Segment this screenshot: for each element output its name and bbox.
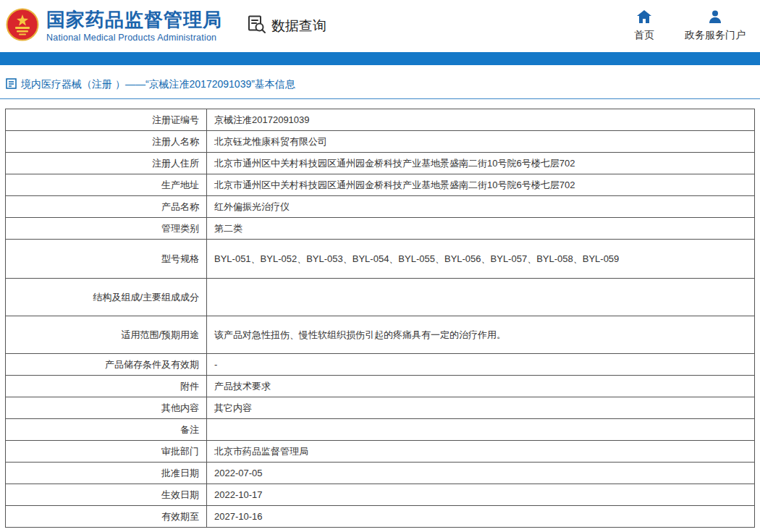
row-label: 批准日期 xyxy=(6,463,207,484)
table-row: 生效日期2022-10-17 xyxy=(6,484,755,506)
row-value: 北京市通州区中关村科技园区通州园金桥科技产业基地景盛南二街10号院6号楼七层70… xyxy=(207,174,755,196)
national-emblem-icon xyxy=(6,8,39,44)
nav-portal[interactable]: 政务服务门户 xyxy=(685,10,746,42)
brand-text: 国家药品监督管理局 National Medical Products Admi… xyxy=(46,9,222,43)
row-value: 红外偏振光治疗仪 xyxy=(207,196,755,218)
row-value: 产品技术要求 xyxy=(207,376,755,397)
row-value: 其它内容 xyxy=(207,397,755,419)
table-row: 有效期至2027-10-16 xyxy=(6,506,755,528)
table-row: 审批部门北京市药品监督管理局 xyxy=(6,441,755,463)
home-icon xyxy=(637,10,651,25)
row-value: BYL-051、BYL-052、BYL-053、BYL-054、BYL-055、… xyxy=(207,240,755,279)
row-label: 型号规格 xyxy=(6,240,207,279)
table-row: 产品名称红外偏振光治疗仪 xyxy=(6,196,755,218)
page: 国家药品监督管理局 National Medical Products Admi… xyxy=(0,0,760,528)
site-title: 国家药品监督管理局 xyxy=(46,9,222,31)
row-label: 产品名称 xyxy=(6,196,207,218)
table-row: 型号规格BYL-051、BYL-052、BYL-053、BYL-054、BYL-… xyxy=(6,240,755,279)
row-label: 适用范围/预期用途 xyxy=(6,316,207,354)
row-value: 2027-10-16 xyxy=(207,506,755,528)
row-label: 生效日期 xyxy=(6,484,207,506)
info-table: 注册证编号京械注准20172091039注册人名称北京钰龙惟康科贸有限公司注册人… xyxy=(5,109,755,528)
row-value: 北京钰龙惟康科贸有限公司 xyxy=(207,131,755,153)
row-value: 2022-10-17 xyxy=(207,484,755,506)
row-value: 该产品对急性扭伤、慢性软组织损伤引起的疼痛具有一定的治疗作用。 xyxy=(207,316,755,354)
data-query-icon xyxy=(247,14,266,38)
breadcrumb: 境内医疗器械（注册 ）——“京械注准20172091039”基本信息 xyxy=(0,78,760,99)
row-value xyxy=(207,419,755,441)
table-row: 结构及组成/主要组成成分 xyxy=(6,279,755,316)
row-label: 审批部门 xyxy=(6,441,207,463)
site-header: 国家药品监督管理局 National Medical Products Admi… xyxy=(0,0,760,52)
table-row: 注册证编号京械注准20172091039 xyxy=(6,109,755,131)
row-value: - xyxy=(207,354,755,376)
table-row: 管理类别第二类 xyxy=(6,218,755,240)
table-row: 备注 xyxy=(6,419,755,441)
row-label: 注册人名称 xyxy=(6,131,207,153)
table-row: 适用范围/预期用途该产品对急性扭伤、慢性软组织损伤引起的疼痛具有一定的治疗作用。 xyxy=(6,316,755,354)
table-row: 其他内容其它内容 xyxy=(6,397,755,419)
nav-data-query[interactable]: 数据查询 xyxy=(247,14,326,38)
header-divider-bar xyxy=(0,52,760,65)
table-row: 注册人名称北京钰龙惟康科贸有限公司 xyxy=(6,131,755,153)
row-label: 其他内容 xyxy=(6,397,207,419)
table-row: 批准日期2022-07-05 xyxy=(6,463,755,484)
table-row: 附件产品技术要求 xyxy=(6,376,755,397)
row-label: 附件 xyxy=(6,376,207,397)
info-table-body: 注册证编号京械注准20172091039注册人名称北京钰龙惟康科贸有限公司注册人… xyxy=(6,109,755,528)
site-subtitle: National Medical Products Administration xyxy=(46,33,222,43)
document-icon xyxy=(6,78,17,91)
header-nav: 首页 政务服务门户 xyxy=(634,10,760,42)
row-label: 结构及组成/主要组成成分 xyxy=(6,279,207,316)
nav-home[interactable]: 首页 xyxy=(634,10,654,42)
nav-home-label: 首页 xyxy=(634,29,654,42)
table-row: 注册人住所北京市通州区中关村科技园区通州园金桥科技产业基地景盛南二街10号院6号… xyxy=(6,153,755,174)
row-label: 注册证编号 xyxy=(6,109,207,131)
row-label: 管理类别 xyxy=(6,218,207,240)
row-value: 2022-07-05 xyxy=(207,463,755,484)
row-value xyxy=(207,279,755,316)
row-value: 北京市药品监督管理局 xyxy=(207,441,755,463)
nav-portal-label: 政务服务门户 xyxy=(685,29,746,42)
data-query-label: 数据查询 xyxy=(271,17,326,35)
row-value: 京械注准20172091039 xyxy=(207,109,755,131)
table-row: 生产地址北京市通州区中关村科技园区通州园金桥科技产业基地景盛南二街10号院6号楼… xyxy=(6,174,755,196)
breadcrumb-label: 境内医疗器械（注册 ）——“京械注准20172091039”基本信息 xyxy=(21,78,295,91)
row-value: 北京市通州区中关村科技园区通州园金桥科技产业基地景盛南二街10号院6号楼七层70… xyxy=(207,153,755,174)
row-label: 注册人住所 xyxy=(6,153,207,174)
table-row: 产品储存条件及有效期- xyxy=(6,354,755,376)
row-label: 有效期至 xyxy=(6,506,207,528)
row-label: 备注 xyxy=(6,419,207,441)
site-logo[interactable]: 国家药品监督管理局 National Medical Products Admi… xyxy=(6,8,222,44)
row-value: 第二类 xyxy=(207,218,755,240)
row-label: 生产地址 xyxy=(6,174,207,196)
user-icon xyxy=(708,10,722,25)
row-label: 产品储存条件及有效期 xyxy=(6,354,207,376)
